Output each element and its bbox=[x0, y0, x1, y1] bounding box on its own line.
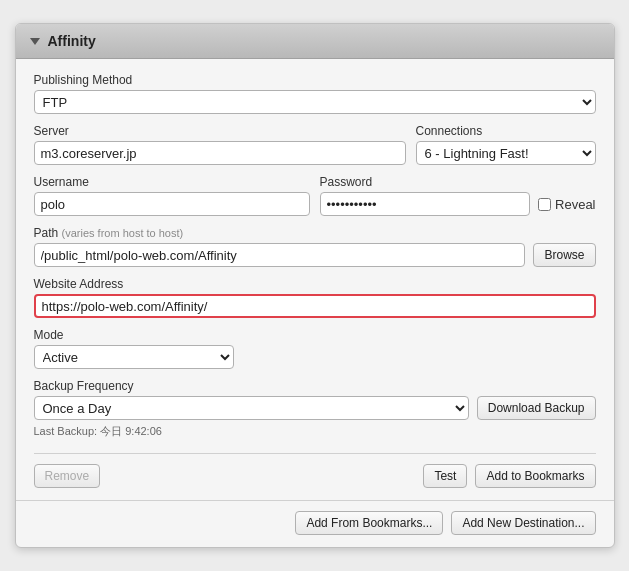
username-col: Username bbox=[34, 175, 310, 216]
backup-frequency-group: Backup Frequency Never Once a Day Once a… bbox=[34, 379, 596, 439]
bottom-actions-left: Remove bbox=[34, 464, 101, 488]
server-input[interactable] bbox=[34, 141, 406, 165]
server-connections-row: Server Connections 1 - Slow 2 - Moderate… bbox=[34, 124, 596, 165]
password-row: Reveal bbox=[320, 192, 596, 216]
username-label: Username bbox=[34, 175, 310, 189]
browse-button[interactable]: Browse bbox=[533, 243, 595, 267]
mode-group: Mode Active Passive bbox=[34, 328, 596, 369]
bottom-actions: Remove Test Add to Bookmarks bbox=[34, 453, 596, 488]
last-backup-label: Last Backup: bbox=[34, 425, 98, 437]
path-group: Path (varies from host to host) Browse bbox=[34, 226, 596, 267]
backup-frequency-select[interactable]: Never Once a Day Once a Week Once a Mont… bbox=[34, 396, 469, 420]
panel-body: Publishing Method FTP SFTP WebDAV Server… bbox=[16, 59, 614, 500]
panel-header: Affinity bbox=[16, 24, 614, 59]
reveal-label: Reveal bbox=[555, 197, 595, 212]
mode-label: Mode bbox=[34, 328, 596, 342]
panel-title: Affinity bbox=[48, 33, 96, 49]
path-note: (varies from host to host) bbox=[62, 227, 184, 239]
remove-button[interactable]: Remove bbox=[34, 464, 101, 488]
reveal-checkbox[interactable] bbox=[538, 198, 551, 211]
footer-bar: Add From Bookmarks... Add New Destinatio… bbox=[16, 500, 614, 547]
backup-row: Never Once a Day Once a Week Once a Mont… bbox=[34, 396, 596, 420]
username-input[interactable] bbox=[34, 192, 310, 216]
path-row: Browse bbox=[34, 243, 596, 267]
connections-label: Connections bbox=[416, 124, 596, 138]
path-input[interactable] bbox=[34, 243, 526, 267]
password-input[interactable] bbox=[320, 192, 531, 216]
add-from-bookmarks-button[interactable]: Add From Bookmarks... bbox=[295, 511, 443, 535]
last-backup-info: Last Backup: 今日 9:42:06 bbox=[34, 424, 596, 439]
path-label: Path (varies from host to host) bbox=[34, 226, 596, 240]
backup-frequency-label: Backup Frequency bbox=[34, 379, 596, 393]
collapse-triangle-icon[interactable] bbox=[30, 38, 40, 45]
mode-select[interactable]: Active Passive bbox=[34, 345, 234, 369]
reveal-checkbox-label[interactable]: Reveal bbox=[538, 197, 595, 212]
affinity-panel: Affinity Publishing Method FTP SFTP WebD… bbox=[15, 23, 615, 548]
bottom-actions-right: Test Add to Bookmarks bbox=[423, 464, 595, 488]
server-label: Server bbox=[34, 124, 406, 138]
password-col: Password Reveal bbox=[320, 175, 596, 216]
publishing-method-group: Publishing Method FTP SFTP WebDAV bbox=[34, 73, 596, 114]
add-new-destination-button[interactable]: Add New Destination... bbox=[451, 511, 595, 535]
test-button[interactable]: Test bbox=[423, 464, 467, 488]
website-address-group: Website Address bbox=[34, 277, 596, 318]
website-address-input[interactable] bbox=[34, 294, 596, 318]
download-backup-button[interactable]: Download Backup bbox=[477, 396, 596, 420]
add-to-bookmarks-button[interactable]: Add to Bookmarks bbox=[475, 464, 595, 488]
publishing-method-label: Publishing Method bbox=[34, 73, 596, 87]
password-label: Password bbox=[320, 175, 596, 189]
connections-col: Connections 1 - Slow 2 - Moderate 6 - Li… bbox=[416, 124, 596, 165]
publishing-method-select[interactable]: FTP SFTP WebDAV bbox=[34, 90, 596, 114]
server-col: Server bbox=[34, 124, 406, 165]
last-backup-value: 今日 9:42:06 bbox=[100, 425, 162, 437]
website-address-label: Website Address bbox=[34, 277, 596, 291]
connections-select[interactable]: 1 - Slow 2 - Moderate 6 - Lightning Fast… bbox=[416, 141, 596, 165]
username-password-row: Username Password Reveal bbox=[34, 175, 596, 216]
